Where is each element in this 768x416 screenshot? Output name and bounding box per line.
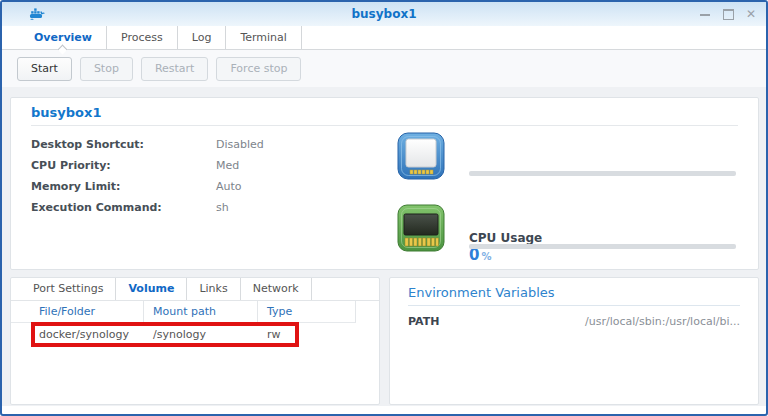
environment-variables-heading: Environment Variables: [408, 285, 555, 300]
env-variable-name: PATH: [408, 315, 439, 328]
ram-usage-progressbar: [469, 244, 736, 249]
env-variable-value: /usr/local/sbin:/usr/local/bi...: [585, 315, 740, 328]
detail-value: sh: [216, 201, 229, 214]
column-header-type[interactable]: Type: [258, 301, 356, 323]
force-stop-button[interactable]: Force stop: [216, 57, 301, 81]
minimize-icon[interactable]: [698, 7, 712, 21]
volume-table-header: File/Folder Mount path Type: [11, 301, 379, 323]
cell-file-folder: docker/synology: [11, 323, 144, 346]
start-button[interactable]: Start: [17, 57, 72, 81]
detail-row-cpu-priority: CPU Priority: Med: [31, 155, 391, 176]
volume-panel-tab-bar: Port Settings Volume Links Network: [11, 278, 379, 301]
detail-value: Med: [216, 159, 239, 172]
overview-panel: busybox1 Desktop Shortcut: Disabled CPU …: [10, 97, 759, 270]
detail-value: Disabled: [216, 138, 264, 151]
tab-links[interactable]: Links: [187, 278, 240, 300]
tab-overview-label: Overview: [34, 31, 92, 44]
restart-button[interactable]: Restart: [141, 57, 209, 81]
container-name-heading: busybox1: [31, 105, 101, 120]
env-variable-row: PATH /usr/local/sbin:/usr/local/bi...: [408, 311, 740, 332]
container-details-window: busybox1 ✕ Overview Process Log Terminal…: [0, 0, 768, 416]
environment-variables-panel: Environment Variables PATH /usr/local/sb…: [389, 277, 759, 405]
tab-terminal-label: Terminal: [240, 31, 287, 44]
tab-process-label: Process: [121, 31, 163, 44]
heading-divider: [31, 125, 738, 126]
action-toolbar: Start Stop Restart Force stop: [2, 50, 766, 87]
cpu-usage-progressbar: [469, 171, 736, 176]
ram-module-icon: [396, 203, 446, 253]
tab-terminal[interactable]: Terminal: [226, 26, 302, 49]
tab-volume-label: Volume: [128, 282, 174, 295]
maximize-icon[interactable]: [721, 7, 735, 21]
detail-row-desktop-shortcut: Desktop Shortcut: Disabled: [31, 134, 391, 155]
tab-network-label: Network: [253, 282, 299, 295]
volume-panel: Port Settings Volume Links Network File/…: [10, 277, 380, 405]
main-tab-bar: Overview Process Log Terminal: [2, 26, 766, 50]
tab-volume[interactable]: Volume: [116, 278, 187, 300]
cpu-usage-unit: %: [481, 251, 491, 262]
tab-links-label: Links: [199, 282, 227, 295]
titlebar: busybox1 ✕: [2, 2, 766, 26]
detail-label: Desktop Shortcut:: [31, 138, 216, 151]
stop-button[interactable]: Stop: [80, 57, 133, 81]
column-header-mount-path[interactable]: Mount path: [144, 301, 258, 323]
tab-log-label: Log: [192, 31, 212, 44]
window-title: busybox1: [2, 7, 766, 21]
cell-mount-path: /synology: [144, 323, 258, 346]
tab-port-settings-label: Port Settings: [33, 282, 103, 295]
content-area: busybox1 Desktop Shortcut: Disabled CPU …: [2, 87, 766, 406]
column-header-file-folder[interactable]: File/Folder: [11, 301, 144, 323]
cell-type: rw: [258, 323, 356, 346]
volume-table: File/Folder Mount path Type docker/synol…: [11, 301, 379, 346]
cpu-usage-title: CPU Usage: [469, 231, 542, 245]
close-icon[interactable]: ✕: [744, 7, 758, 21]
tab-network[interactable]: Network: [241, 278, 312, 300]
container-details: Desktop Shortcut: Disabled CPU Priority:…: [31, 134, 391, 218]
detail-row-memory-limit: Memory Limit: Auto: [31, 176, 391, 197]
window-controls: ✕: [698, 6, 758, 22]
tab-process[interactable]: Process: [107, 26, 178, 49]
tab-overview[interactable]: Overview: [20, 26, 107, 49]
tab-port-settings[interactable]: Port Settings: [21, 278, 116, 300]
detail-label: Memory Limit:: [31, 180, 216, 193]
detail-value: Auto: [216, 180, 242, 193]
cpu-chip-icon: [396, 131, 446, 181]
detail-row-execution-command: Execution Command: sh: [31, 197, 391, 218]
detail-label: Execution Command:: [31, 201, 216, 214]
tab-log[interactable]: Log: [178, 26, 227, 49]
table-row[interactable]: docker/synology /synology rw: [11, 323, 379, 346]
detail-label: CPU Priority:: [31, 159, 216, 172]
environment-heading-divider: [408, 305, 740, 306]
